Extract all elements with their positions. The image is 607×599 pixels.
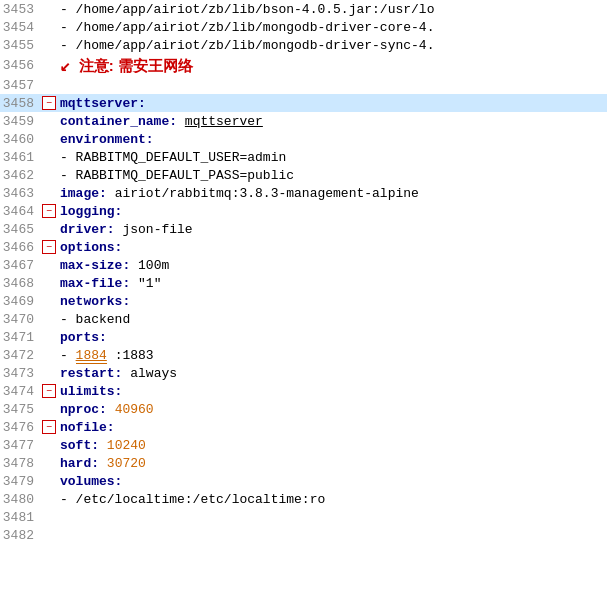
key-ulimits: ulimits: xyxy=(60,384,122,399)
line-content: volumes: xyxy=(58,474,607,489)
fold-button-ulimits[interactable]: − xyxy=(42,384,56,398)
key-container-name: container_name: xyxy=(60,114,177,129)
line-3469: 3469 networks: xyxy=(0,292,607,310)
line-3454: 3454 - /home/app/airiot/zb/lib/mongodb-d… xyxy=(0,18,607,36)
line-number: 3456 xyxy=(0,58,42,73)
indent: - xyxy=(60,348,76,363)
val-nproc: 40960 xyxy=(115,402,154,417)
line-number: 3475 xyxy=(0,402,42,417)
line-content: - /home/app/airiot/zb/lib/mongodb-driver… xyxy=(58,20,607,35)
line-number: 3465 xyxy=(0,222,42,237)
line-number: 3477 xyxy=(0,438,42,453)
val-maxfile: "1" xyxy=(138,276,161,291)
line-content: nofile: xyxy=(58,420,607,435)
line-number: 3479 xyxy=(0,474,42,489)
line-number: 3460 xyxy=(0,132,42,147)
line-number: 3468 xyxy=(0,276,42,291)
arrow-icon: ↙ xyxy=(60,56,71,76)
line-3475: 3475 nproc: 40960 xyxy=(0,400,607,418)
line-number: 3461 xyxy=(0,150,42,165)
line-content: - /etc/localtime:/etc/localtime:ro xyxy=(58,492,607,507)
key-mqttserver: mqttserver: xyxy=(60,96,146,111)
line-content: networks: xyxy=(58,294,607,309)
key-nproc: nproc: xyxy=(60,402,107,417)
line-content: - /home/app/airiot/zb/lib/mongodb-driver… xyxy=(58,38,607,53)
port-separator: :1883 xyxy=(115,348,154,363)
line-content: soft: 10240 xyxy=(58,438,607,453)
line-3463: 3463 image: airiot/rabbitmq:3.8.3-manage… xyxy=(0,184,607,202)
line-number: 3482 xyxy=(0,528,42,543)
fold-button-logging[interactable]: − xyxy=(42,204,56,218)
line-3455: 3455 - /home/app/airiot/zb/lib/mongodb-d… xyxy=(0,36,607,54)
line-3480: 3480 - /etc/localtime:/etc/localtime:ro xyxy=(0,490,607,508)
line-number: 3454 xyxy=(0,20,42,35)
line-3482: 3482 xyxy=(0,526,607,544)
line-3481: 3481 xyxy=(0,508,607,526)
line-3477: 3477 soft: 10240 xyxy=(0,436,607,454)
line-number: 3466 xyxy=(0,240,42,255)
line-3461: 3461 - RABBITMQ_DEFAULT_USER=admin xyxy=(0,148,607,166)
val-maxsize: 100m xyxy=(138,258,169,273)
line-number: 3453 xyxy=(0,2,42,17)
line-number: 3470 xyxy=(0,312,42,327)
line-content: image: airiot/rabbitmq:3.8.3-management-… xyxy=(58,186,607,201)
line-number: 3463 xyxy=(0,186,42,201)
line-content: - 1884 :1883 xyxy=(58,348,607,363)
line-3472: 3472 - 1884 :1883 xyxy=(0,346,607,364)
line-number: 3476 xyxy=(0,420,42,435)
fold-button[interactable]: − xyxy=(42,96,56,110)
line-3468: 3468 max-file: "1" xyxy=(0,274,607,292)
fold-button-options[interactable]: − xyxy=(42,240,56,254)
key-volumes: volumes: xyxy=(60,474,122,489)
line-3474: 3474 − ulimits: xyxy=(0,382,607,400)
line-content: ↙ 注意: 需安王网络 xyxy=(58,54,607,76)
code-editor: 3453 - /home/app/airiot/zb/lib/bson-4.0.… xyxy=(0,0,607,599)
val-mqttserver-underline: mqttserver xyxy=(185,114,263,129)
line-number: 3481 xyxy=(0,510,42,525)
line-3470: 3470 - backend xyxy=(0,310,607,328)
line-content: ulimits: xyxy=(58,384,607,399)
line-number: 3455 xyxy=(0,38,42,53)
line-3453: 3453 - /home/app/airiot/zb/lib/bson-4.0.… xyxy=(0,0,607,18)
line-content: mqttserver: xyxy=(58,96,607,111)
key-hard: hard: xyxy=(60,456,99,471)
line-number: 3457 xyxy=(0,78,42,93)
key-soft: soft: xyxy=(60,438,99,453)
line-3471: 3471 ports: xyxy=(0,328,607,346)
key-logging: logging: xyxy=(60,204,122,219)
line-number: 3462 xyxy=(0,168,42,183)
port-number-link[interactable]: 1884 xyxy=(76,348,107,364)
line-content: max-size: 100m xyxy=(58,258,607,273)
line-3459: 3459 container_name: mqttserver xyxy=(0,112,607,130)
line-3479: 3479 volumes: xyxy=(0,472,607,490)
line-content: - RABBITMQ_DEFAULT_PASS=public xyxy=(58,168,607,183)
line-content: nproc: 40960 xyxy=(58,402,607,417)
val-driver: json-file xyxy=(122,222,192,237)
line-3467: 3467 max-size: 100m xyxy=(0,256,607,274)
line-3462: 3462 - RABBITMQ_DEFAULT_PASS=public xyxy=(0,166,607,184)
line-number: 3467 xyxy=(0,258,42,273)
line-content: - /home/app/airiot/zb/lib/bson-4.0.5.jar… xyxy=(58,2,607,17)
key-driver: driver: xyxy=(60,222,115,237)
line-number: 3464 xyxy=(0,204,42,219)
key-ports: ports: xyxy=(60,330,107,345)
line-content: - RABBITMQ_DEFAULT_USER=admin xyxy=(58,150,607,165)
line-content: restart: always xyxy=(58,366,607,381)
key-maxfile: max-file: xyxy=(60,276,130,291)
val-soft: 10240 xyxy=(107,438,146,453)
key-options: options: xyxy=(60,240,122,255)
line-number: 3472 xyxy=(0,348,42,363)
fold-button-nofile[interactable]: − xyxy=(42,420,56,434)
line-number: 3474 xyxy=(0,384,42,399)
warning-text: 注意: 需安王网络 xyxy=(79,57,193,74)
key-networks: networks: xyxy=(60,294,130,309)
val-hard: 30720 xyxy=(107,456,146,471)
line-number: 3478 xyxy=(0,456,42,471)
val-restart: always xyxy=(130,366,177,381)
key-image: image: xyxy=(60,186,107,201)
key-maxsize: max-size: xyxy=(60,258,130,273)
line-3466: 3466 − options: xyxy=(0,238,607,256)
line-content: container_name: mqttserver xyxy=(58,114,607,129)
key-environment: environment: xyxy=(60,132,154,147)
line-3457: 3457 xyxy=(0,76,607,94)
